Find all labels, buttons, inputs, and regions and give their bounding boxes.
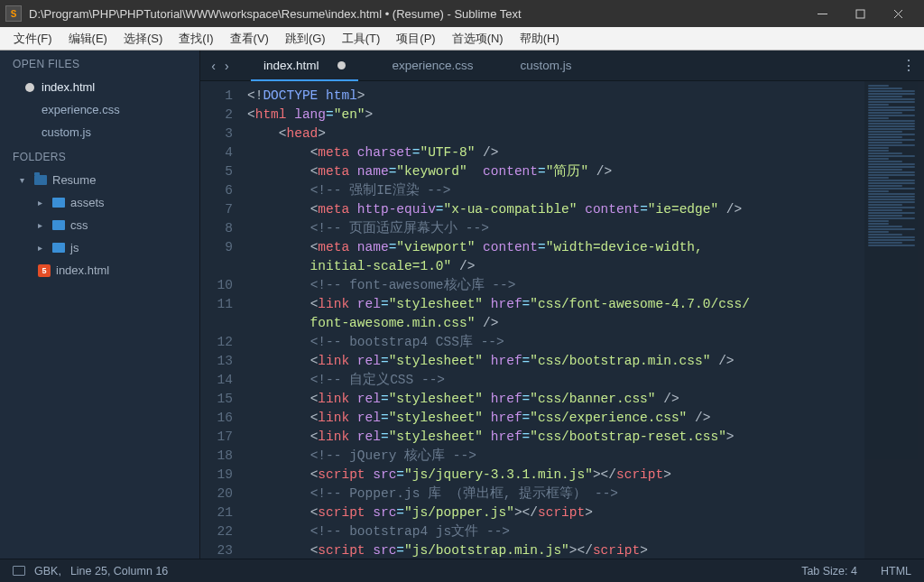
code-line[interactable]: <link rel="stylesheet" href="css/experie… [247,409,924,428]
minimap-line [868,161,902,162]
code-content[interactable]: <!DOCTYPE html><html lang="en"> <head> <… [242,81,924,559]
minimap-line [868,190,889,192]
code-line[interactable]: <!-- 强制IE渲染 --> [247,181,924,200]
minimap-line [868,125,915,127]
minimap-line [868,245,915,246]
code-line[interactable]: <meta http-equiv="x-ua-compatible" conte… [247,200,924,219]
code-area[interactable]: 1234567891011121314151617181920212223 <!… [200,81,924,559]
maximize-button[interactable] [841,0,879,27]
code-line[interactable]: <!-- jQuery 核心库 --> [247,447,924,466]
line-number: 17 [200,428,233,447]
code-line[interactable]: <meta charset="UTF-8" /> [247,143,924,162]
subfolder-item[interactable]: ▸assets [0,191,199,214]
tab-nav[interactable]: ‹ › [200,51,240,80]
status-encoding[interactable]: GBK, [34,565,61,577]
status-position: Line 25, Column 16 [70,565,168,577]
code-line[interactable]: <!-- 页面适应屏幕大小 --> [247,219,924,238]
window-title: D:\Program\PHP\PHPTutorial\WWW\workspace… [29,7,803,21]
menu-item[interactable]: 查看(V) [222,31,277,47]
menu-item[interactable]: 文件(F) [5,31,60,47]
code-line[interactable]: <!-- 自定义CSS --> [247,371,924,390]
minimap-line [868,158,889,160]
tab[interactable]: index.html [240,51,369,80]
tab[interactable]: custom.js [497,51,596,80]
minimap-line [868,120,915,122]
minimap[interactable] [864,81,924,559]
open-file-item[interactable]: experience.css [0,98,199,121]
code-line[interactable]: <script src="js/popper.js"></script> [247,503,924,522]
code-line[interactable]: <html lang="en"> [247,106,924,125]
code-line[interactable]: <!-- bootstrap4 CSS库 --> [247,333,924,352]
app-icon: S [5,5,22,22]
menu-item[interactable]: 首选项(N) [444,31,512,47]
minimap-line [868,96,902,97]
file-label: index.html [56,263,109,277]
project-folder[interactable]: ▾ Resume [0,169,199,191]
minimap-line [868,212,915,214]
menu-item[interactable]: 帮助(H) [512,31,568,47]
code-line[interactable]: <!-- font-awesome核心库 --> [247,276,924,295]
minimap-line [868,171,915,173]
code-line[interactable]: <!DOCTYPE html> [247,87,924,106]
line-number: 1 [200,87,233,106]
minimap-line [868,88,902,89]
line-number: 12 [200,333,233,352]
minimap-line [868,174,915,176]
minimize-button[interactable] [803,0,841,27]
minimap-line [868,180,915,181]
code-line[interactable]: <link rel="stylesheet" href="css/bootstr… [247,428,924,447]
minimap-line [868,193,915,195]
close-button[interactable] [879,0,917,27]
minimap-line [868,144,915,146]
minimap-line [868,106,915,108]
tab[interactable]: experience.css [369,51,497,80]
tab-overflow-button[interactable]: ⋮ [893,51,924,80]
menu-item[interactable]: 查找(I) [171,31,221,47]
code-line[interactable]: <meta name="viewport" content="width=dev… [247,238,924,276]
menu-item[interactable]: 编辑(E) [60,31,116,47]
code-line[interactable]: <link rel="stylesheet" href="css/font-aw… [247,295,924,333]
code-line[interactable]: <script src="js/bootstrap.min.js"></scri… [247,541,924,559]
code-line[interactable]: <script src="js/jquery-3.3.1.min.js"></s… [247,466,924,485]
panel-icon[interactable] [13,566,25,576]
subfolder-item[interactable]: ▸css [0,214,199,236]
chevron-left-icon[interactable]: ‹ [211,59,216,73]
folder-label: css [70,218,88,232]
code-line[interactable]: <meta name="keyword" content="简历" /> [247,162,924,181]
line-number: 10 [200,276,233,295]
minimap-line [868,101,915,103]
menu-item[interactable]: 工具(T) [334,31,389,47]
minimap-line [868,231,889,233]
code-line[interactable]: <link rel="stylesheet" href="css/bootstr… [247,352,924,371]
minimap-line [868,223,889,225]
line-number: 6 [200,181,233,200]
project-file-item[interactable]: 5index.html [0,259,199,282]
minimap-line [868,188,915,189]
open-file-label: experience.css [42,103,120,116]
chevron-right-icon[interactable]: › [225,59,229,73]
folder-label: assets [70,196,105,209]
status-tab-size[interactable]: Tab Size: 4 [801,565,857,577]
minimap-line [868,150,889,152]
minimap-line [868,104,889,106]
menu-item[interactable]: 跳到(G) [277,31,334,47]
code-line[interactable]: <!-- bootstrap4 js文件 --> [247,522,924,541]
subfolder-item[interactable]: ▸js [0,236,199,259]
code-line[interactable]: <head> [247,125,924,143]
open-file-item[interactable]: index.html [0,76,199,98]
minimap-line [868,109,915,111]
minimap-line [868,236,915,238]
minimap-line [868,155,915,157]
code-line[interactable]: <link rel="stylesheet" href="css/banner.… [247,390,924,409]
menubar: 文件(F)编辑(E)选择(S)查找(I)查看(V)跳到(G)工具(T)项目(P)… [0,27,924,51]
line-number: 5 [200,162,233,181]
folder-icon [52,243,65,253]
menu-item[interactable]: 项目(P) [388,31,443,47]
code-line[interactable]: <!-- Popper.js 库 （弹出框, 提示框等） --> [247,485,924,503]
menu-item[interactable]: 选择(S) [116,31,171,47]
status-syntax[interactable]: HTML [881,565,911,577]
minimap-line [868,142,902,143]
tab-label: index.html [263,59,319,72]
minimap-line [868,215,902,217]
open-file-item[interactable]: custom.js [0,121,199,143]
